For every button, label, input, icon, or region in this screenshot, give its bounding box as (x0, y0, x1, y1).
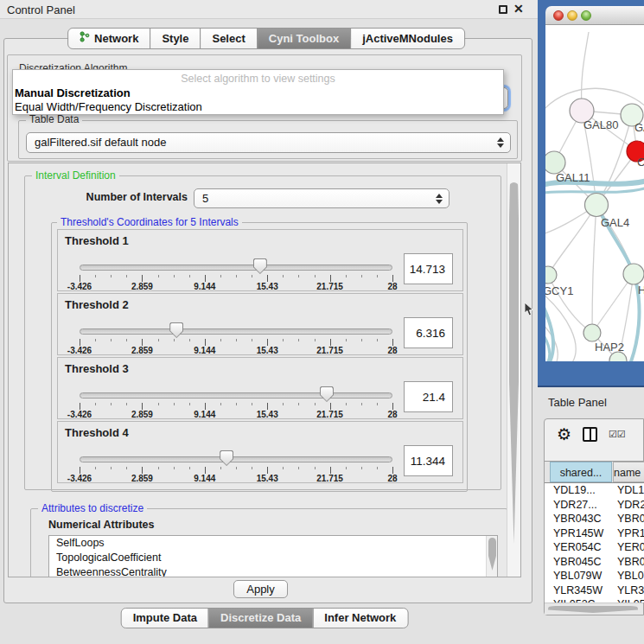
cell[interactable]: YBR043C (617, 512, 644, 526)
slider-ticks (80, 403, 392, 410)
popup-option-manual-discretization[interactable]: Manual Discretization (15, 86, 131, 99)
cell[interactable]: YDL19... (553, 483, 614, 497)
scrollbar-thumb[interactable] (548, 606, 638, 613)
float-window-button[interactable] (499, 5, 507, 14)
tab-style[interactable]: Style (150, 28, 201, 49)
interval-definition-title: Interval Definition (32, 170, 119, 182)
slider-track[interactable] (80, 328, 392, 335)
slider-track[interactable] (80, 392, 392, 399)
threshold-1-slider[interactable]: -3.426 2.859 9.144 15.43 21.715 28 (80, 258, 392, 291)
zoom-traffic-light[interactable] (581, 10, 591, 21)
minimize-traffic-light[interactable] (567, 10, 577, 21)
label-partial-low: H (638, 284, 644, 296)
settings-scrollbar[interactable] (507, 163, 520, 577)
tab-select[interactable]: Select (200, 28, 257, 49)
threshold-3-slider[interactable]: -3.426 2.859 9.144 15.43 21.715 28 (80, 386, 392, 419)
tab-network[interactable]: Network (67, 28, 150, 49)
table-row[interactable]: YER054CYER054C (545, 540, 644, 555)
tab-jactivemnodules[interactable]: jActiveMNodules (350, 28, 465, 49)
numerical-attributes-list[interactable]: SelfLoops TopologicalCoefficient Between… (48, 535, 498, 577)
columns-icon[interactable] (583, 427, 597, 442)
list-item-betweennesscentrality[interactable]: BetweennessCentrality (49, 565, 497, 577)
tab-discretize-data[interactable]: Discretize Data (208, 608, 313, 628)
tab-cyni-toolbox[interactable]: Cyni Toolbox (257, 28, 351, 49)
threshold-1-label: Threshold 1 (65, 234, 129, 247)
label-gal4: GAL4 (601, 216, 629, 229)
close-panel-button[interactable]: ✕ (513, 2, 524, 16)
cell[interactable]: YDL19... (617, 483, 644, 497)
gear-icon[interactable]: ⚙ (557, 424, 571, 444)
table-row[interactable]: YDR27...YDR27... (545, 498, 644, 513)
network-canvas[interactable]: GAL80 GA GAL11 C GAL4 GCY1 H HAP2 (545, 25, 644, 361)
tab-label: Infer Network (324, 611, 396, 624)
network-window-titlebar[interactable] (545, 6, 644, 25)
threshold-4-slider[interactable]: -3.426 2.859 9.144 15.43 21.715 28 (80, 450, 392, 483)
cell[interactable]: YBL079W (617, 569, 644, 583)
threshold-2-panel: Threshold 2 -3.426 2.859 9.144 15.43 21.… (57, 293, 463, 355)
scale-label: 2.859 (131, 474, 153, 483)
scrollbar-thumb[interactable] (488, 538, 496, 571)
cell[interactable]: YBR043C (553, 512, 614, 526)
slider-ticks (80, 275, 392, 282)
slider-ticks (80, 467, 392, 474)
tab-infer-network[interactable]: Infer Network (312, 608, 408, 628)
slider-thumb[interactable] (220, 450, 233, 466)
cell[interactable]: YBR045C (553, 555, 614, 569)
table-row[interactable]: YLR345WYLR345W (545, 583, 644, 598)
slider-track[interactable] (80, 265, 392, 271)
close-traffic-light[interactable] (553, 10, 564, 21)
threshold-3-value-field[interactable] (404, 381, 453, 412)
node-gcy1[interactable] (545, 266, 557, 284)
table-row[interactable]: YBR045CYBR045C (545, 555, 644, 570)
list-item-topologicalcoefficient[interactable]: TopologicalCoefficient (49, 551, 497, 565)
scale-label: 28 (387, 346, 397, 355)
cell[interactable]: YPR145W (553, 526, 614, 540)
cell[interactable]: YDR27... (617, 498, 644, 512)
table-horizontal-scrollbar[interactable] (545, 603, 643, 615)
table-row[interactable]: YBR043CYBR043C (545, 512, 644, 526)
node-hap2[interactable] (583, 324, 601, 341)
popup-option-equal-width-frequency[interactable]: Equal Width/Frequency Discretization (15, 100, 202, 113)
table-row[interactable]: YPR145WYPR145W (545, 526, 644, 541)
cell[interactable]: YER054C (617, 540, 644, 554)
scale-label: 9.144 (194, 282, 215, 291)
threshold-2-slider[interactable]: -3.426 2.859 9.144 15.43 21.715 28 (80, 322, 392, 355)
slider-thumb[interactable] (253, 258, 267, 274)
mouse-cursor (524, 303, 534, 316)
scrollbar-thumb[interactable] (509, 182, 519, 544)
table-rows: YDL19...YDL19... YDR27...YDR27... YBR043… (545, 483, 644, 603)
list-scrollbar[interactable] (486, 536, 497, 577)
cell[interactable]: YER054C (553, 540, 614, 554)
cell[interactable]: YPR145W (617, 526, 644, 540)
node-right-low[interactable] (623, 264, 644, 284)
cell[interactable]: YBL079W (553, 569, 614, 583)
slider-thumb[interactable] (320, 386, 334, 402)
cell[interactable]: YBR045C (617, 555, 644, 569)
scale-label: 21.715 (316, 474, 343, 483)
table-row[interactable]: YBL079WYBL079W (545, 569, 644, 583)
scale-label: 9.144 (194, 346, 215, 355)
number-of-intervals-spinner[interactable]: 5 (194, 188, 450, 208)
column-header-name[interactable]: name (613, 462, 644, 482)
scale-label: 28 (387, 474, 397, 483)
list-item-selfloops[interactable]: SelfLoops (49, 536, 497, 551)
slider-thumb[interactable] (169, 322, 183, 338)
checkbox-icons[interactable]: ☑☑ (609, 429, 626, 440)
cell[interactable]: YLR345W (617, 583, 644, 597)
apply-button[interactable]: Apply (233, 580, 288, 598)
node-table-panel: ⚙ ☑☑ shared... name YDL19...YDL19... YDR… (544, 418, 644, 615)
slider-ticks (80, 339, 392, 346)
cell[interactable]: YLR345W (553, 583, 614, 597)
table-data-combobox[interactable]: galFiltered.sif default node (26, 132, 511, 153)
slider-track[interactable] (80, 456, 392, 462)
cell[interactable]: YDR27... (553, 498, 614, 512)
table-row[interactable]: YDL19...YDL19... (545, 483, 644, 498)
threshold-4-value-field[interactable] (404, 445, 453, 476)
popup-prompt: Select algorithm to view settings (13, 73, 503, 85)
threshold-1-value-field[interactable] (404, 253, 453, 284)
threshold-2-value-field[interactable] (404, 317, 453, 348)
tab-label: Style (162, 32, 188, 45)
column-header-shared-name[interactable]: shared... (550, 462, 612, 482)
node-gal4[interactable] (585, 194, 609, 217)
tab-impute-data[interactable]: Impute Data (121, 608, 209, 628)
